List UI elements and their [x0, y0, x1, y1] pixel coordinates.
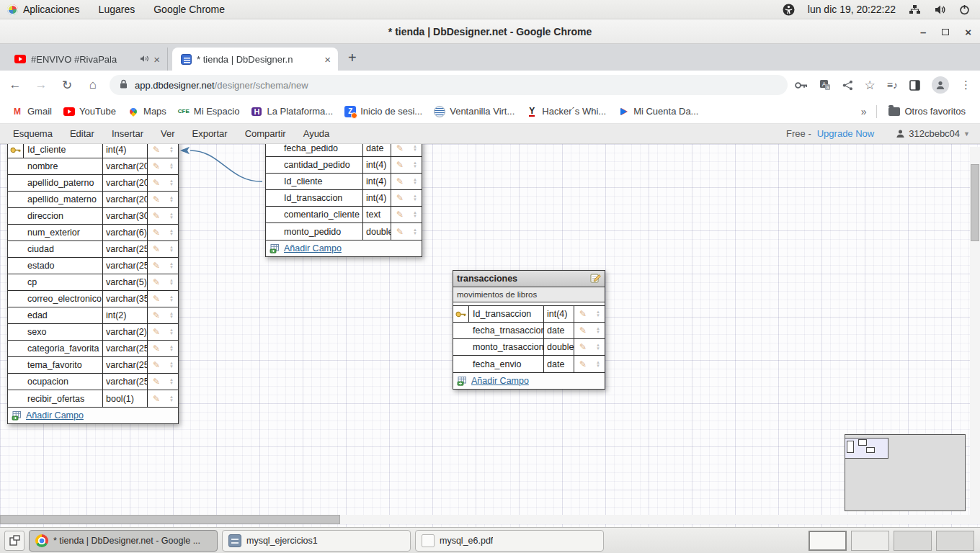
volume-icon[interactable]	[934, 4, 946, 15]
bookmark-item[interactable]: Mi Cuenta Da...	[613, 103, 703, 120]
reorder-field-handle[interactable]: ▲▼	[409, 190, 422, 206]
reorder-field-handle[interactable]: ▲▼	[165, 258, 178, 274]
reorder-field-handle[interactable]: ▲▼	[165, 274, 178, 290]
close-button[interactable]: ×	[965, 27, 971, 37]
tab-audio-icon[interactable]	[140, 54, 148, 65]
reorder-field-handle[interactable]: ▲▼	[165, 192, 178, 207]
reorder-field-handle[interactable]: ▲▼	[592, 306, 605, 322]
horizontal-scrollbar-thumb[interactable]	[0, 515, 340, 524]
reorder-field-handle[interactable]: ▲▼	[165, 307, 178, 323]
home-button[interactable]: ⌂	[82, 78, 104, 92]
table-field-row[interactable]: ciudad varchar(25) ✎ ▲▼	[8, 241, 178, 258]
bookmark-item[interactable]: Inicio de sesi...	[340, 103, 427, 120]
table-field-row[interactable]: Id_transaccion int(4) ✎ ▲▼	[453, 306, 605, 323]
edit-field-icon[interactable]: ✎	[148, 291, 165, 307]
table-field-row[interactable]: sexo varchar(2) ✎ ▲▼	[8, 324, 178, 341]
edit-field-icon[interactable]: ✎	[148, 357, 165, 373]
edit-field-icon[interactable]: ✎	[391, 144, 409, 156]
password-key-icon[interactable]	[795, 81, 808, 89]
playlist-extension-icon[interactable]: ≡♪	[887, 79, 898, 91]
edit-field-icon[interactable]: ✎	[148, 324, 165, 340]
table-field-row[interactable]: fecha_envio date ✎ ▲▼	[453, 356, 605, 372]
table-field-row[interactable]: num_exterior varchar(6) ✎ ▲▼	[8, 225, 178, 241]
table-field-row[interactable]: apellido_materno varchar(20) ✎ ▲▼	[8, 192, 178, 208]
bookmark-star-icon[interactable]: ☆	[865, 78, 876, 93]
reorder-field-handle[interactable]: ▲▼	[409, 174, 422, 189]
reorder-field-handle[interactable]: ▲▼	[592, 339, 605, 355]
table-field-row[interactable]: Id_cliente int(4) ✎ ▲▼	[8, 144, 178, 158]
applications-menu[interactable]: Aplicaciones	[7, 4, 80, 15]
bookmark-item[interactable]: Hacker´s Whi...	[522, 103, 610, 120]
chrome-menu-icon[interactable]: ⋮	[961, 78, 971, 91]
sidebar-extension-icon[interactable]	[909, 80, 920, 91]
edit-field-icon[interactable]: ✎	[148, 208, 165, 224]
forward-button[interactable]: →	[30, 78, 52, 92]
table-field-row[interactable]: Id_cliente int(4) ✎ ▲▼	[266, 174, 422, 190]
edit-field-icon[interactable]: ✎	[391, 190, 409, 206]
edit-field-icon[interactable]: ✎	[391, 174, 409, 189]
table-field-row[interactable]: categoria_favorita varchar(25) ✎ ▲▼	[8, 341, 178, 357]
places-menu[interactable]: Lugares	[99, 4, 135, 15]
table-field-row[interactable]: cantidad_pedido int(4) ✎ ▲▼	[266, 157, 422, 174]
table-field-row[interactable]: cp varchar(5) ✎ ▲▼	[8, 274, 178, 291]
reorder-field-handle[interactable]: ▲▼	[409, 223, 422, 240]
menu-item[interactable]: Insertar	[112, 128, 143, 139]
reorder-field-handle[interactable]: ▲▼	[165, 158, 178, 174]
reorder-field-handle[interactable]: ▲▼	[592, 356, 605, 372]
reorder-field-handle[interactable]: ▲▼	[165, 341, 178, 356]
edit-field-icon[interactable]: ✎	[148, 390, 165, 407]
other-bookmarks-button[interactable]: Otros favoritos	[884, 103, 970, 120]
workspace-switcher-cell[interactable]	[936, 531, 974, 551]
edit-field-icon[interactable]: ✎	[574, 339, 592, 355]
reorder-field-handle[interactable]: ▲▼	[165, 324, 178, 340]
translate-icon[interactable]: Aa	[819, 79, 831, 91]
table-field-row[interactable]: edad int(2) ✎ ▲▼	[8, 307, 178, 324]
table-pedidos[interactable]: fecha_pedido date ✎ ▲▼ cantidad_pedido i…	[265, 144, 422, 257]
edit-field-icon[interactable]: ✎	[574, 323, 592, 338]
taskbar-window-button[interactable]: mysql_e6.pdf	[415, 530, 604, 552]
bookmark-item[interactable]: YouTube	[59, 103, 120, 120]
reorder-field-handle[interactable]: ▲▼	[592, 323, 605, 338]
menu-item[interactable]: Compartir	[245, 128, 286, 139]
menu-item[interactable]: Exportar	[192, 128, 227, 139]
edit-field-icon[interactable]: ✎	[148, 144, 165, 158]
clock[interactable]: lun dic 19, 20:22:22	[808, 4, 896, 15]
vertical-scrollbar[interactable]	[970, 147, 980, 524]
table-field-row[interactable]: comentario_cliente text ✎ ▲▼	[266, 207, 422, 223]
bookmark-item[interactable]: Ventanilla Virt...	[429, 103, 519, 120]
user-menu[interactable]: 312cbebc04 ▼	[896, 128, 970, 139]
reorder-field-handle[interactable]: ▲▼	[409, 157, 422, 173]
edit-field-icon[interactable]: ✎	[391, 207, 409, 222]
accessibility-icon[interactable]	[783, 4, 795, 16]
edit-field-icon[interactable]: ✎	[148, 192, 165, 207]
table-field-row[interactable]: monto_pedido double ✎ ▲▼	[266, 223, 422, 240]
reorder-field-handle[interactable]: ▲▼	[165, 144, 178, 158]
edit-field-icon[interactable]: ✎	[148, 258, 165, 274]
profile-avatar[interactable]	[932, 76, 949, 94]
edit-field-icon[interactable]: ✎	[148, 241, 165, 257]
add-field-link[interactable]: Añadir Campo	[284, 243, 342, 253]
table-clientes[interactable]: Id_cliente int(4) ✎ ▲▼ nombre varchar(20…	[7, 144, 179, 424]
power-icon[interactable]	[959, 4, 970, 15]
tab-close-icon[interactable]: ×	[324, 53, 331, 66]
edit-field-icon[interactable]: ✎	[391, 157, 409, 173]
table-field-row[interactable]: fecha_trnasaccion date ✎ ▲▼	[453, 323, 605, 339]
table-field-row[interactable]: recibir_ofertas bool(1) ✎ ▲▼	[8, 390, 178, 407]
add-field-link[interactable]: Añadir Campo	[471, 376, 529, 386]
edit-table-icon[interactable]	[590, 273, 601, 285]
horizontal-scrollbar[interactable]	[0, 515, 970, 524]
edit-field-icon[interactable]: ✎	[574, 356, 592, 372]
reload-button[interactable]: ↻	[56, 78, 78, 93]
lock-icon[interactable]	[120, 79, 128, 91]
reorder-field-handle[interactable]: ▲▼	[165, 291, 178, 307]
tab-youtube[interactable]: #ENVIVO #RivaPala ×	[6, 48, 168, 71]
reorder-field-handle[interactable]: ▲▼	[165, 175, 178, 191]
reorder-field-handle[interactable]: ▲▼	[165, 208, 178, 224]
bookmark-item[interactable]: Gmail	[7, 103, 56, 120]
taskbar-window-button[interactable]: * tienda | DbDesigner.net - Google ...	[29, 530, 218, 552]
network-icon[interactable]	[909, 4, 921, 15]
upgrade-link[interactable]: Upgrade Now	[817, 128, 875, 139]
reorder-field-handle[interactable]: ▲▼	[165, 225, 178, 240]
bookmark-item[interactable]: Maps	[123, 103, 171, 120]
table-field-row[interactable]: correo_electronico varchar(35) ✎ ▲▼	[8, 291, 178, 307]
